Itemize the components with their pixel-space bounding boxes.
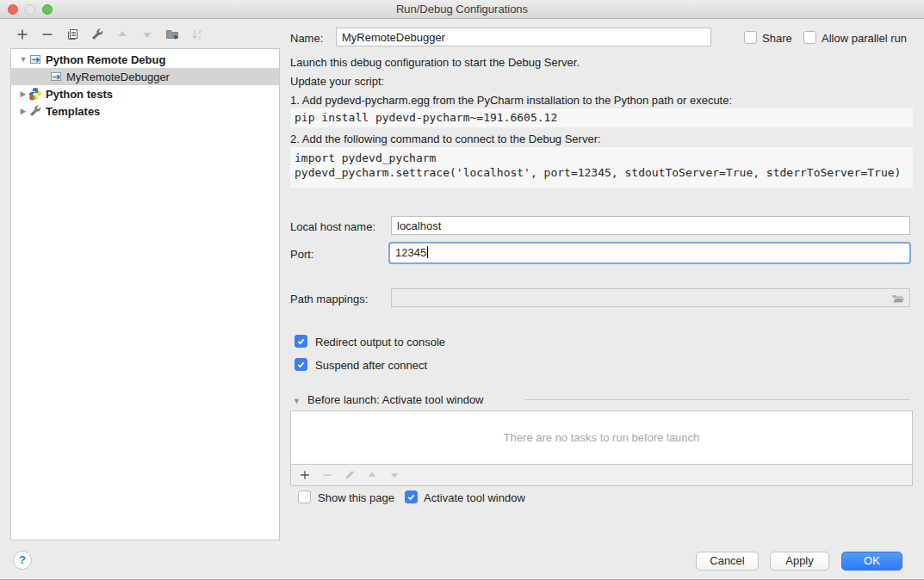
show-this-page-label: Show this page — [318, 491, 394, 504]
allow-parallel-run-label: Allow parallel run — [822, 32, 907, 45]
settrace-code: import pydevd_pycharm pydevd_pycharm.set… — [290, 147, 913, 188]
edit-defaults-wrench-icon[interactable] — [90, 28, 104, 41]
instruction-step2: 2. Add the following command to connect … — [290, 133, 601, 145]
remove-icon[interactable] — [40, 28, 54, 41]
add-icon[interactable] — [298, 468, 312, 482]
run-config-icon — [49, 70, 63, 83]
tree-item-myremotedebugger[interactable]: MyRemoteDebugger — [11, 68, 279, 85]
svg-text:z: z — [198, 34, 201, 40]
port-value: 12345 — [395, 246, 426, 259]
title-bar: Run/Debug Configurations — [0, 0, 924, 19]
before-launch-toolbar — [290, 465, 913, 486]
python-tests-icon — [28, 87, 42, 101]
share-checkbox[interactable] — [744, 31, 757, 44]
configurations-tree: ▼ Python Remote Debug MyRemoteDebugger ▶… — [10, 48, 280, 540]
run-config-icon — [28, 52, 42, 66]
before-launch-title: Before launch: Activate tool window — [307, 393, 484, 406]
move-down-icon — [388, 468, 401, 482]
sort-alphabetically-icon: az — [190, 28, 204, 41]
path-mappings-label: Path mappings: — [290, 293, 368, 305]
tree-item-label: Python tests — [46, 88, 113, 101]
settrace-code-line1: import pydevd_pycharm — [295, 151, 913, 165]
chevron-right-icon[interactable]: ▶ — [18, 89, 28, 98]
before-launch-collapse-icon[interactable]: ▼ — [293, 397, 301, 405]
redirect-output-label: Redirect output to console — [315, 336, 445, 349]
minimize-window-button — [25, 4, 35, 15]
pip-install-code: pip install pydevd-pycharm~=191.6605.12 — [290, 108, 913, 127]
configurations-toolbar: az — [16, 26, 204, 43]
redirect-output-checkbox[interactable] — [295, 335, 307, 348]
remove-icon — [320, 468, 334, 482]
local-host-name-input[interactable] — [391, 216, 910, 235]
move-down-icon — [140, 28, 154, 41]
cancel-button[interactable]: Cancel — [696, 552, 759, 571]
instruction-update: Update your script: — [290, 75, 384, 88]
before-launch-task-list[interactable]: There are no tasks to run before launch — [290, 410, 913, 465]
chevron-down-icon[interactable]: ▼ — [18, 55, 28, 64]
browse-folder-icon[interactable] — [891, 292, 905, 305]
add-icon[interactable] — [16, 28, 29, 41]
help-button[interactable]: ? — [13, 551, 32, 570]
text-caret — [427, 246, 428, 258]
allow-parallel-run-checkbox[interactable] — [803, 31, 816, 44]
edit-pencil-icon — [343, 468, 357, 482]
apply-button[interactable]: Apply — [770, 552, 829, 571]
tree-item-python-tests[interactable]: ▶ Python tests — [11, 85, 279, 102]
before-launch-empty-text: There are no tasks to run before launch — [504, 431, 700, 444]
tree-item-label: Python Remote Debug — [46, 53, 165, 66]
suspend-after-connect-label: Suspend after connect — [315, 359, 427, 372]
settrace-code-line2: pydevd_pycharm.settrace('localhost', por… — [295, 165, 913, 180]
chevron-right-icon[interactable]: ▶ — [18, 107, 28, 115]
move-up-icon — [115, 28, 129, 41]
port-input[interactable]: 12345 — [388, 242, 911, 264]
instruction-intro: Launch this debug configuration to start… — [290, 56, 580, 69]
run-debug-configurations-dialog: Run/Debug Configurations az ▼ Python Rem… — [0, 0, 924, 580]
name-input[interactable] — [336, 28, 711, 46]
suspend-after-connect-checkbox[interactable] — [295, 358, 307, 371]
svg-text:a: a — [198, 28, 202, 34]
before-launch-separator — [525, 399, 910, 400]
show-this-page-checkbox[interactable] — [298, 491, 311, 503]
tree-item-python-remote-debug[interactable]: ▼ Python Remote Debug — [11, 51, 279, 68]
tree-item-templates[interactable]: ▶ Templates — [11, 102, 279, 120]
ok-button[interactable]: OK — [841, 552, 902, 571]
new-folder-icon[interactable] — [165, 28, 179, 41]
local-host-name-label: Local host name: — [290, 220, 375, 233]
tree-item-label: MyRemoteDebugger — [66, 71, 170, 83]
traffic-lights — [8, 4, 53, 15]
port-label: Port: — [290, 248, 313, 261]
activate-tool-window-label: Activate tool window — [424, 491, 525, 504]
close-window-button[interactable] — [8, 4, 18, 15]
zoom-window-button[interactable] — [42, 4, 53, 15]
name-label: Name: — [290, 32, 323, 45]
path-mappings-input[interactable] — [391, 288, 910, 307]
tree-item-label: Templates — [46, 105, 100, 118]
copy-icon[interactable] — [65, 28, 79, 41]
activate-tool-window-checkbox[interactable] — [405, 491, 418, 503]
instruction-step1: 1. Add pydevd-pycharm.egg from the PyCha… — [290, 94, 732, 107]
move-up-icon — [365, 468, 379, 482]
share-label: Share — [762, 32, 792, 45]
wrench-icon — [28, 104, 42, 118]
window-title: Run/Debug Configurations — [0, 0, 924, 18]
